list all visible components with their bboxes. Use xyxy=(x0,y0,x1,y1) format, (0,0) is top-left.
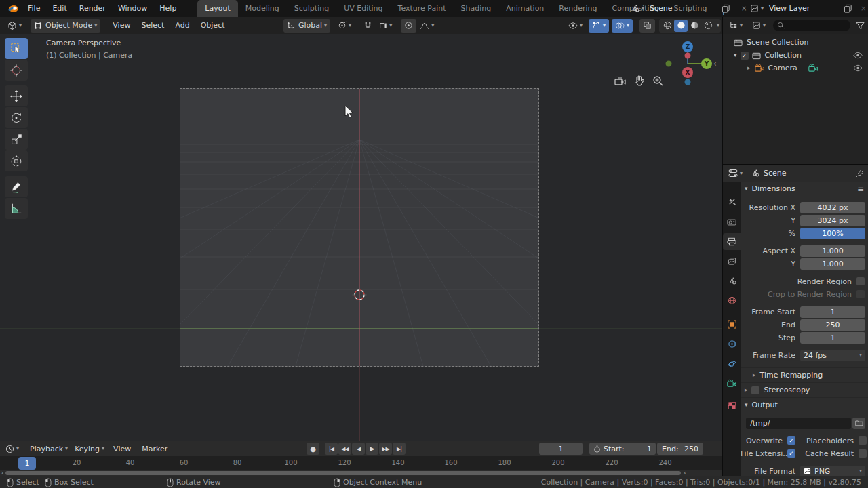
workspace-tab-animation[interactable]: Animation xyxy=(498,0,551,17)
menu-object[interactable]: Object xyxy=(195,21,231,30)
outliner-search-input[interactable] xyxy=(773,20,850,31)
remove-view-layer-icon[interactable]: × xyxy=(859,5,868,12)
tool-measure[interactable] xyxy=(5,198,28,219)
tool-move[interactable] xyxy=(5,85,28,106)
workspace-tab-shading[interactable]: Shading xyxy=(454,0,499,17)
menu-file[interactable]: File xyxy=(22,0,46,17)
workspace-tab-scripting[interactable]: Scripting xyxy=(666,0,714,17)
cache-result-checkbox[interactable] xyxy=(859,449,867,458)
navigation-gizmo[interactable]: Z Y X xyxy=(664,40,713,89)
frame-end-field[interactable]: 250 xyxy=(800,319,865,331)
browse-folder-button[interactable] xyxy=(852,418,865,429)
outliner-row-camera[interactable]: ▸ Camera xyxy=(723,62,868,75)
menu-edit[interactable]: Edit xyxy=(46,0,73,17)
file-format-dropdown[interactable]: PNG ▾ xyxy=(800,466,865,477)
tab-texture[interactable] xyxy=(723,397,741,414)
tool-cursor[interactable] xyxy=(5,60,28,81)
resolution-percent-slider[interactable]: 100% xyxy=(800,228,865,239)
shading-solid-button[interactable] xyxy=(674,20,688,32)
tool-scale[interactable] xyxy=(5,129,28,150)
disclosure-triangle-icon[interactable]: ▾ xyxy=(734,52,737,58)
workspace-tab-layout[interactable]: Layout xyxy=(197,0,237,17)
hide-in-viewport-toggle[interactable] xyxy=(853,52,863,59)
unlink-scene-icon[interactable]: × xyxy=(739,5,749,12)
file-extensions-checkbox[interactable]: ✓ xyxy=(787,449,795,458)
shading-material-button[interactable] xyxy=(688,20,701,32)
shading-wireframe-button[interactable] xyxy=(660,20,674,32)
pivot-point-dropdown[interactable]: ▾ xyxy=(334,19,355,33)
timeline-editor-type-button[interactable]: ▾ xyxy=(3,442,21,455)
xray-toggle[interactable] xyxy=(639,19,655,33)
presets-icon[interactable]: ≡ xyxy=(857,184,864,194)
snap-settings-dropdown[interactable]: ▾ xyxy=(376,19,395,33)
menu-view[interactable]: View xyxy=(107,21,136,30)
menu-select[interactable]: Select xyxy=(136,21,170,30)
tool-transform[interactable] xyxy=(5,150,28,171)
snap-toggle[interactable] xyxy=(360,19,376,33)
new-view-layer-icon[interactable] xyxy=(844,4,852,13)
resolution-y-field[interactable]: 3024 px xyxy=(800,215,865,226)
new-scene-icon[interactable] xyxy=(722,4,730,13)
view-layer-selector[interactable]: ▾ View Layer xyxy=(750,2,810,15)
visibility-dropdown[interactable]: ▾ xyxy=(565,19,586,33)
tab-object-data[interactable] xyxy=(723,375,741,392)
stereoscopy-panel-header[interactable]: ▸ Stereoscopy xyxy=(741,382,868,397)
viewport-3d[interactable]: Camera Perspective (1) Collection | Came… xyxy=(0,34,722,441)
hide-in-viewport-toggle[interactable] xyxy=(853,64,863,72)
camera-view-button[interactable] xyxy=(614,76,627,87)
tab-tool[interactable] xyxy=(723,193,741,210)
editor-type-button[interactable]: ▾ xyxy=(4,19,25,33)
outliner-filter-dropdown[interactable]: ▾ xyxy=(749,19,769,33)
transform-orientation-dropdown[interactable]: Global ▾ xyxy=(283,19,330,33)
stereoscopy-checkbox[interactable] xyxy=(751,386,760,394)
scene-name[interactable]: Scene xyxy=(650,4,673,13)
zoom-view-button[interactable] xyxy=(652,75,664,87)
prev-keyframe-button[interactable]: ◀◀ xyxy=(338,443,351,455)
keying-menu[interactable]: Keying ▾ xyxy=(71,442,108,455)
shading-rendered-button[interactable] xyxy=(701,20,715,32)
workspace-tab-sculpting[interactable]: Sculpting xyxy=(287,0,336,17)
workspace-tab-rendering[interactable]: Rendering xyxy=(551,0,604,17)
current-frame-field[interactable]: 1 xyxy=(539,443,583,455)
tab-view-layer[interactable] xyxy=(723,253,741,270)
pin-icon[interactable] xyxy=(856,169,864,178)
tab-object[interactable] xyxy=(723,316,741,333)
tool-select-box[interactable] xyxy=(5,38,28,59)
properties-editor-type-button[interactable]: ▾ xyxy=(727,167,744,180)
timeline-scrollbar[interactable] xyxy=(5,471,681,475)
auto-keying-record-button[interactable]: ● xyxy=(307,443,319,455)
frame-end-field[interactable]: End: 250 xyxy=(657,443,703,455)
overwrite-checkbox[interactable]: ✓ xyxy=(787,436,795,445)
workspace-tab-modeling[interactable]: Modeling xyxy=(238,0,287,17)
next-keyframe-button[interactable]: ▶▶ xyxy=(379,443,392,455)
resolution-x-field[interactable]: 4032 px xyxy=(800,202,865,214)
frame-start-field[interactable]: 1 xyxy=(800,306,865,318)
mode-dropdown[interactable]: Object Mode ▾ xyxy=(31,19,100,33)
pan-view-button[interactable] xyxy=(634,75,645,87)
output-path-field[interactable]: /tmp/ xyxy=(746,418,851,429)
tab-world[interactable] xyxy=(723,292,741,309)
disclosure-triangle-icon[interactable]: ▸ xyxy=(747,65,751,71)
frame-step-field[interactable]: 1 xyxy=(800,332,865,344)
time-remapping-panel-header[interactable]: ▸ Time Remapping xyxy=(741,367,868,382)
tab-render[interactable] xyxy=(723,214,741,230)
jump-to-end-button[interactable]: ▶| xyxy=(393,443,406,455)
workspace-tab-uv-editing[interactable]: UV Editing xyxy=(336,0,390,17)
gizmos-toggle[interactable]: ▾ xyxy=(589,19,609,33)
timeline-view-menu[interactable]: View xyxy=(108,445,136,453)
filter-funnel-icon[interactable] xyxy=(856,22,865,30)
menu-window[interactable]: Window xyxy=(112,0,153,17)
aspect-y-field[interactable]: 1.000 xyxy=(800,258,865,270)
timeline-marker-menu[interactable]: Marker xyxy=(136,445,173,453)
play-button[interactable]: ▶ xyxy=(366,443,378,455)
menu-add[interactable]: Add xyxy=(170,21,195,30)
menu-help[interactable]: Help xyxy=(153,0,182,17)
playback-menu[interactable]: Playback ▾ xyxy=(26,442,71,455)
tool-annotate[interactable] xyxy=(5,176,28,197)
scene-selector[interactable]: ▾ Scene xyxy=(631,2,673,15)
outliner-row-collection[interactable]: ▾ ✓ Collection xyxy=(723,49,868,62)
timeline-ruler[interactable]: 1 20 40 60 80 100 120 140 160 180 200 22… xyxy=(0,456,722,470)
collection-checkbox[interactable]: ✓ xyxy=(741,52,749,60)
tab-output[interactable] xyxy=(723,233,741,250)
outliner-display-mode-dropdown[interactable]: ▾ xyxy=(726,19,746,33)
